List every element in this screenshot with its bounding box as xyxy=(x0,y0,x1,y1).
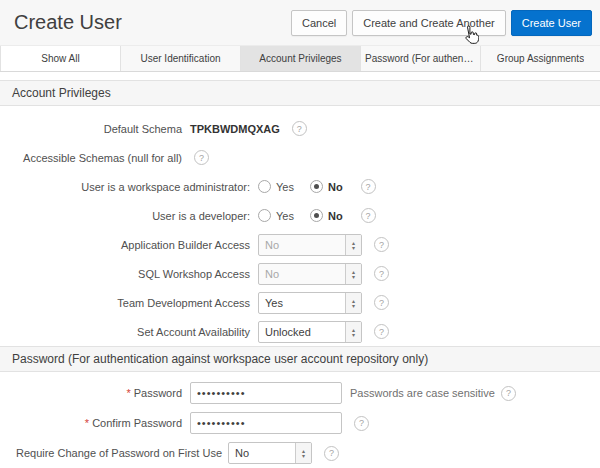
field-label: *Confirm Password xyxy=(0,417,190,429)
form-row-sql-workshop-access: SQL Workshop Access No ▴▾ ? xyxy=(0,259,600,288)
section-header-account-privileges: Account Privileges xyxy=(0,80,600,106)
radio-no[interactable] xyxy=(310,180,323,193)
spinner-down-icon: ▾ xyxy=(302,453,305,458)
required-marker: * xyxy=(126,387,130,399)
help-icon[interactable]: ? xyxy=(374,237,389,252)
tab-group-assignments[interactable]: Group Assignments xyxy=(481,46,600,71)
tab-password[interactable]: Password (For authenticatio... xyxy=(361,46,481,71)
help-icon[interactable]: ? xyxy=(361,179,376,194)
field-label: Require Change of Password on First Use xyxy=(0,447,228,459)
form-row-workspace-admin: User is a workspace administrator: Yes N… xyxy=(0,172,600,201)
spinner-down-icon: ▾ xyxy=(352,332,355,337)
radio-no[interactable] xyxy=(310,209,323,222)
help-icon[interactable]: ? xyxy=(354,416,369,431)
field-label: Accessible Schemas (null for all) xyxy=(0,152,190,164)
spinner-down-icon: ▾ xyxy=(352,245,355,250)
help-icon[interactable]: ? xyxy=(374,295,389,310)
radio-label-no[interactable]: No xyxy=(328,210,343,222)
form-row-account-availability: Set Account Availability Unlocked ▴▾ ? xyxy=(0,317,600,346)
form-row-require-change: Require Change of Password on First Use … xyxy=(0,438,600,468)
default-schema-value: TPKBWDMQXAG xyxy=(190,123,280,135)
section-header-password: Password (For authentication against wor… xyxy=(0,346,600,372)
tab-user-identification[interactable]: User Identification xyxy=(121,46,241,71)
radio-yes[interactable] xyxy=(258,180,271,193)
form-row-default-schema: Default Schema TPKBWDMQXAG ? xyxy=(0,114,600,143)
tab-show-all[interactable]: Show All xyxy=(0,46,121,71)
radio-label-yes[interactable]: Yes xyxy=(276,181,294,193)
tab-account-privileges[interactable]: Account Privileges xyxy=(241,46,361,71)
help-icon[interactable]: ? xyxy=(292,121,307,136)
require-change-select[interactable]: No ▴▾ xyxy=(228,442,312,464)
team-development-access-select[interactable]: Yes ▴▾ xyxy=(258,292,362,314)
cancel-button[interactable]: Cancel xyxy=(291,10,347,36)
field-label: Default Schema xyxy=(0,123,190,135)
spinner-down-icon: ▾ xyxy=(352,274,355,279)
confirm-password-input[interactable] xyxy=(190,412,342,434)
form-row-confirm-password: *Confirm Password ? xyxy=(0,408,600,438)
create-and-create-another-button[interactable]: Create and Create Another xyxy=(352,10,505,36)
set-account-availability-select[interactable]: Unlocked ▴▾ xyxy=(258,321,362,343)
tab-bar: Show All User Identification Account Pri… xyxy=(0,46,600,72)
help-icon[interactable]: ? xyxy=(361,208,376,223)
application-builder-access-select[interactable]: No ▴▾ xyxy=(258,234,362,256)
page-header: Create User Cancel Create and Create Ano… xyxy=(0,0,600,46)
spinner-icon[interactable]: ▴▾ xyxy=(345,235,361,255)
field-label: User is a developer: xyxy=(0,210,258,222)
page-title: Create User xyxy=(14,11,286,34)
field-label: User is a workspace administrator: xyxy=(0,181,258,193)
help-icon[interactable]: ? xyxy=(324,446,339,461)
password-form: *Password Passwords are case sensitive ?… xyxy=(0,372,600,468)
spinner-icon[interactable]: ▴▾ xyxy=(345,293,361,313)
help-icon[interactable]: ? xyxy=(374,324,389,339)
field-label: *Password xyxy=(0,387,190,399)
form-row-developer: User is a developer: Yes No ? xyxy=(0,201,600,230)
account-privileges-form: Default Schema TPKBWDMQXAG ? Accessible … xyxy=(0,106,600,346)
sql-workshop-access-select[interactable]: No ▴▾ xyxy=(258,263,362,285)
field-label: Application Builder Access xyxy=(0,239,258,251)
form-row-accessible-schemas: Accessible Schemas (null for all) ? xyxy=(0,143,600,172)
field-label: Team Development Access xyxy=(0,297,258,309)
required-marker: * xyxy=(85,417,89,429)
form-row-team-dev-access: Team Development Access Yes ▴▾ ? xyxy=(0,288,600,317)
form-row-app-builder-access: Application Builder Access No ▴▾ ? xyxy=(0,230,600,259)
help-icon[interactable]: ? xyxy=(194,150,209,165)
form-row-password: *Password Passwords are case sensitive ? xyxy=(0,378,600,408)
field-label: Set Account Availability xyxy=(0,326,258,338)
password-note: Passwords are case sensitive xyxy=(350,387,495,399)
radio-label-no[interactable]: No xyxy=(328,181,343,193)
radio-yes[interactable] xyxy=(258,209,271,222)
help-icon[interactable]: ? xyxy=(374,266,389,281)
spinner-icon[interactable]: ▴▾ xyxy=(295,443,311,463)
field-label: SQL Workshop Access xyxy=(0,268,258,280)
help-icon[interactable]: ? xyxy=(501,386,516,401)
spinner-down-icon: ▾ xyxy=(352,303,355,308)
create-user-button[interactable]: Create User xyxy=(511,10,592,36)
spinner-icon[interactable]: ▴▾ xyxy=(345,322,361,342)
radio-label-yes[interactable]: Yes xyxy=(276,210,294,222)
spinner-icon[interactable]: ▴▾ xyxy=(345,264,361,284)
password-input[interactable] xyxy=(190,382,342,404)
